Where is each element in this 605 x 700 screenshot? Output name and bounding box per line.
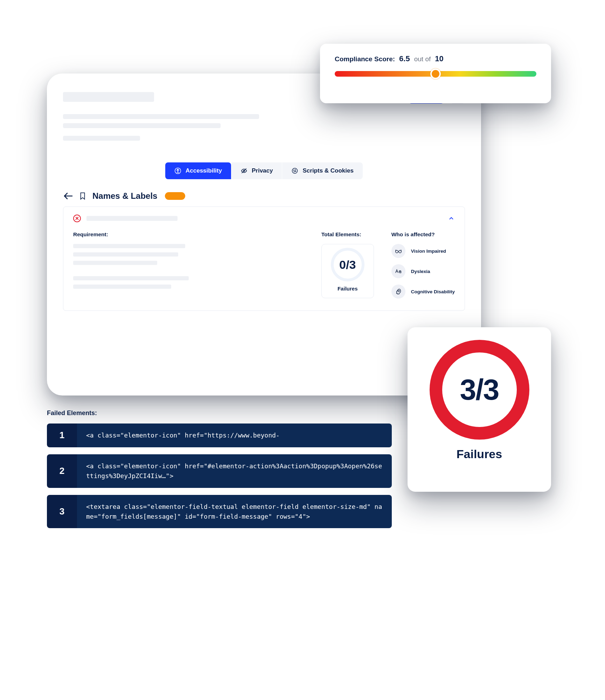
section-header: Names & Labels — [63, 191, 465, 201]
svg-point-13 — [295, 171, 296, 172]
issue-card: Requirement: Total Elements: 0/3 Failure… — [63, 206, 465, 311]
tab-privacy[interactable]: Privacy — [231, 162, 282, 179]
error-icon — [73, 215, 81, 222]
affected-vision: Vision Impaired — [391, 244, 455, 258]
compliance-meter — [335, 71, 536, 77]
affected-label: Dyslexia — [411, 269, 430, 274]
total-elements-label: Total Elements: — [321, 231, 374, 238]
failed-elements-list: 1 <a class="elementor-icon" href="https:… — [47, 424, 392, 528]
code-snippet: <textarea class="elementor-field-textual… — [77, 495, 392, 528]
total-elements-column: Total Elements: 0/3 Failures — [321, 231, 374, 299]
failures-summary-card: 3/3 Failures — [408, 327, 551, 492]
cookie-icon — [291, 167, 298, 174]
status-pill — [165, 192, 185, 200]
header-description-placeholder — [63, 114, 465, 141]
failures-title: Failures — [457, 447, 502, 461]
compliance-out-of: out of — [414, 55, 431, 63]
tab-accessibility[interactable]: Accessibility — [165, 162, 231, 179]
who-affected-column: Who is affected? Vision Impaired — [391, 231, 455, 299]
failed-element-row: 1 <a class="elementor-icon" href="https:… — [47, 424, 392, 447]
affected-dyslexia: Dyslexia — [391, 264, 455, 278]
back-arrow-icon[interactable] — [63, 192, 73, 200]
row-number: 3 — [47, 495, 77, 528]
row-number: 1 — [47, 424, 77, 447]
row-number: 2 — [47, 454, 77, 488]
failures-ring: 3/3 — [430, 340, 529, 440]
compliance-marker — [430, 69, 441, 79]
category-tabs: Accessibility Privacy Scripts & Cookies — [138, 162, 390, 179]
compliance-score-label: Compliance Score: — [335, 55, 395, 63]
tab-label: Privacy — [252, 167, 273, 174]
glasses-icon — [391, 244, 405, 258]
failures-value: 3/3 — [460, 373, 499, 407]
code-snippet: <a class="elementor-icon" href="#element… — [77, 454, 392, 488]
svg-point-12 — [294, 172, 295, 172]
bookmark-icon — [79, 192, 86, 200]
tab-label: Scripts & Cookies — [302, 167, 354, 174]
svg-point-6 — [178, 169, 179, 170]
failures-label: Failures — [338, 286, 358, 292]
section-title: Names & Labels — [92, 191, 157, 201]
collapse-chevron-icon[interactable] — [448, 215, 455, 222]
text-aa-icon — [391, 264, 405, 278]
total-elements-box: 0/3 Failures — [321, 244, 374, 298]
svg-point-9 — [292, 168, 298, 174]
affected-label: Cognitive Disability — [411, 289, 455, 294]
failed-elements-heading: Failed Elements: — [47, 410, 97, 417]
who-affected-label: Who is affected? — [391, 231, 455, 238]
svg-point-10 — [294, 170, 294, 171]
failed-element-row: 2 <a class="elementor-icon" href="#eleme… — [47, 454, 392, 488]
eye-off-icon — [241, 167, 248, 174]
tab-label: Accessibility — [186, 167, 222, 174]
compliance-score-value: 6.5 — [399, 54, 410, 63]
failed-element-row: 3 <textarea class="elementor-field-textu… — [47, 495, 392, 528]
brain-icon — [391, 285, 405, 299]
requirement-column: Requirement: — [73, 231, 304, 299]
requirement-label: Requirement: — [73, 231, 304, 238]
total-ring: 0/3 — [331, 248, 364, 281]
code-snippet: <a class="elementor-icon" href="https://… — [77, 424, 392, 447]
tab-scripts-cookies[interactable]: Scripts & Cookies — [282, 162, 363, 179]
svg-point-16 — [398, 290, 399, 292]
url-placeholder — [63, 92, 154, 102]
affected-label: Vision Impaired — [411, 248, 446, 254]
svg-point-11 — [295, 170, 296, 170]
issue-title-placeholder — [86, 216, 178, 221]
failures-count: 0/3 — [339, 258, 356, 272]
compliance-score-card: Compliance Score: 6.5 out of 10 — [320, 44, 551, 103]
accessibility-icon — [174, 167, 181, 174]
affected-cognitive: Cognitive Disability — [391, 285, 455, 299]
compliance-score-max: 10 — [435, 54, 443, 63]
